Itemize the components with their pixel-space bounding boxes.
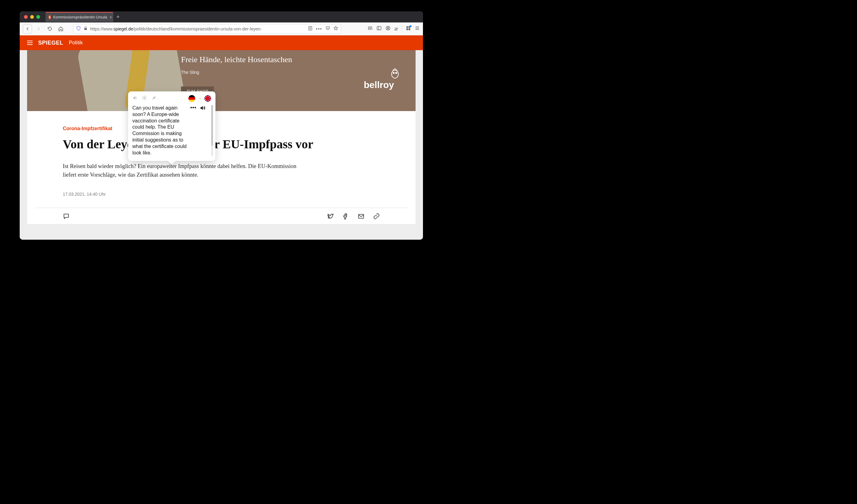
translator-pin-icon[interactable] <box>151 95 156 102</box>
email-icon[interactable] <box>358 213 365 221</box>
svg-rect-16 <box>408 28 410 30</box>
translator-toolbar: → <box>132 95 214 102</box>
translator-output-text: Can you travel again soon? A Europe-wide… <box>132 105 188 156</box>
svg-point-21 <box>393 72 394 73</box>
reload-button[interactable] <box>45 24 54 34</box>
account-icon[interactable] <box>385 25 391 32</box>
toolbar-right-icons: æ <box>368 25 420 32</box>
ad-brand-name: bellroy <box>364 80 394 90</box>
svg-rect-14 <box>408 26 410 28</box>
svg-point-22 <box>396 72 397 73</box>
browser-window: S Kommissionspräsidentin Ursula × + <box>20 11 423 240</box>
link-icon[interactable] <box>373 213 380 221</box>
maximize-window-button[interactable] <box>36 15 40 19</box>
translator-settings-icon[interactable] <box>141 95 147 102</box>
sidebar-icon[interactable] <box>376 25 382 32</box>
site-section[interactable]: Politik <box>69 40 83 46</box>
site-logo[interactable]: SPIEGEL <box>38 40 63 46</box>
ad-headline: Freie Hände, leichte Hosentaschen <box>181 55 292 64</box>
ad-brand-icon <box>390 67 400 79</box>
arrow-right-icon: → <box>198 96 202 101</box>
site-topbar: SPIEGEL Politik <box>20 35 423 50</box>
url-bar[interactable]: https://www.spiegel.de/politik/deutschla… <box>73 24 341 34</box>
new-tab-button[interactable]: + <box>116 14 120 20</box>
tab-favicon: S <box>49 15 51 19</box>
app-menu-icon[interactable] <box>415 25 420 32</box>
tracking-shield-icon[interactable] <box>76 26 81 32</box>
minimize-window-button[interactable] <box>30 15 34 19</box>
extension-icon[interactable] <box>406 25 411 32</box>
translator-popup: → Can you travel again soon? A Europe-wi… <box>128 91 216 161</box>
translator-speak-target-icon[interactable] <box>200 105 206 112</box>
svg-rect-13 <box>406 26 408 28</box>
tab-strip: S Kommissionspräsidentin Ursula × + <box>20 11 423 22</box>
article-kicker: Corona-Impfzertifikat <box>63 126 380 132</box>
translator-scrollbar[interactable] <box>211 105 213 156</box>
comments-icon[interactable] <box>63 213 70 221</box>
ae-extension-icon[interactable]: æ <box>394 25 398 32</box>
svg-rect-9 <box>377 27 381 30</box>
browser-tab[interactable]: S Kommissionspräsidentin Ursula × <box>46 12 113 22</box>
library-icon[interactable] <box>368 25 373 32</box>
close-tab-button[interactable]: × <box>110 15 112 20</box>
forward-button[interactable] <box>34 24 43 34</box>
article-lede: Ist Reisen bald wieder möglich? Ein euro… <box>63 162 297 179</box>
lock-icon[interactable] <box>83 26 88 31</box>
ad-banner[interactable]: Freie Hände, leichte Hosentaschen The Sl… <box>27 50 416 111</box>
share-bar <box>35 208 407 221</box>
svg-line-8 <box>372 27 372 30</box>
svg-rect-15 <box>406 28 408 30</box>
ad-subhead: The Sling <box>181 70 199 75</box>
bookmark-star-icon[interactable] <box>333 26 338 32</box>
page-actions-dots-icon[interactable]: ••• <box>316 27 322 31</box>
translator-more-icon[interactable]: ••• <box>190 105 197 110</box>
site-menu-button[interactable] <box>27 41 33 45</box>
back-button[interactable] <box>23 24 32 34</box>
browser-toolbar: https://www.spiegel.de/politik/deutschla… <box>20 22 423 35</box>
flag-de-icon[interactable] <box>188 95 195 102</box>
article-timestamp: 17.03.2021, 14.40 Uhr <box>63 192 380 197</box>
reader-mode-icon[interactable] <box>308 26 313 32</box>
page-viewport: SPIEGEL Politik Freie Hände, leichte Hos… <box>20 35 423 240</box>
svg-point-24 <box>144 97 145 99</box>
facebook-icon[interactable] <box>342 213 349 221</box>
tab-title: Kommissionspräsidentin Ursula <box>53 15 107 19</box>
url-text: https://www.spiegel.de/politik/deutschla… <box>90 27 262 31</box>
article-headline: Von der Leyen stellt Pläne für EU-Impfpa… <box>63 137 380 152</box>
window-controls <box>24 15 40 19</box>
svg-rect-0 <box>84 28 87 30</box>
pocket-icon[interactable] <box>325 26 330 32</box>
translator-languages: → <box>188 95 211 102</box>
flag-uk-icon[interactable] <box>204 95 211 102</box>
article: Corona-Impfzertifikat Von der Leyen stel… <box>27 111 416 224</box>
translator-speak-source-icon[interactable] <box>132 95 138 102</box>
svg-point-20 <box>391 70 398 78</box>
twitter-icon[interactable] <box>327 213 334 221</box>
home-button[interactable] <box>56 24 65 34</box>
svg-point-12 <box>387 27 388 28</box>
close-window-button[interactable] <box>24 15 28 19</box>
